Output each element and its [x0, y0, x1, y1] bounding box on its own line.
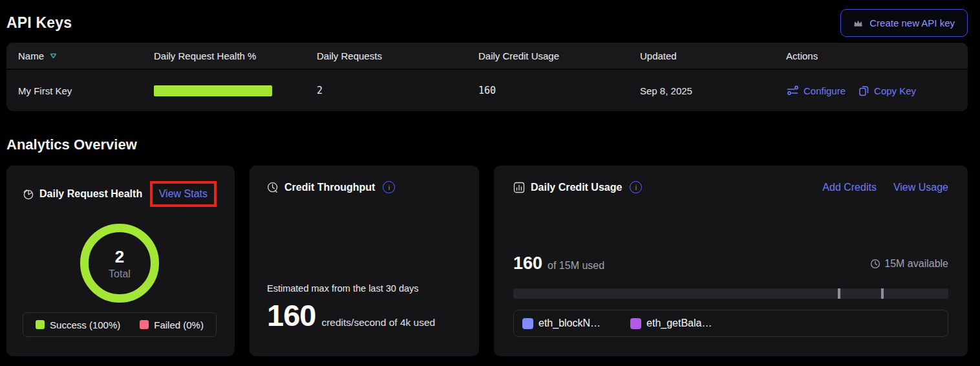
- page-title: API Keys: [6, 14, 72, 32]
- create-api-key-button[interactable]: Create new API key: [840, 9, 968, 37]
- eth-getbalance-swatch: [630, 318, 641, 329]
- card-header: Daily Request Health View Stats: [23, 181, 217, 207]
- pie-chart-icon: [23, 189, 34, 200]
- api-keys-page: API Keys Create new API key Name Daily R…: [0, 0, 980, 356]
- copy-key-link[interactable]: Copy Key: [858, 85, 916, 97]
- view-stats-link[interactable]: View Stats: [159, 188, 208, 199]
- daily-credit-usage-card: Daily Credit Usage i Add Credits View Us…: [494, 166, 968, 356]
- card-title: Daily Request Health: [39, 188, 142, 200]
- daily-requests-value: 2: [317, 85, 478, 96]
- table-row: My First Key 2 160 Sep 8, 2025 Configure: [6, 70, 968, 111]
- actions-cell: Configure Copy Key: [786, 85, 968, 97]
- api-keys-table: Name Daily Request Health % Daily Reques…: [6, 43, 968, 111]
- legend-item-success: Success (100%): [36, 319, 120, 330]
- usage-links: Add Credits View Usage: [822, 182, 948, 193]
- success-swatch: [36, 320, 45, 329]
- column-header-requests: Daily Requests: [317, 50, 478, 61]
- api-key-name: My First Key: [6, 85, 154, 96]
- card-title: Daily Credit Usage: [531, 182, 622, 193]
- view-stats-annotation-box: View Stats: [150, 181, 217, 207]
- column-header-actions: Actions: [786, 50, 968, 61]
- page-header: API Keys Create new API key: [6, 0, 968, 38]
- usage-available: 15M available: [870, 258, 948, 270]
- usage-summary-row: 160 of 15M used 15M available: [513, 253, 948, 274]
- credit-usage-progress-bar: [513, 288, 948, 299]
- usage-marker: [881, 288, 884, 299]
- card-header: Daily Credit Usage i Add Credits View Us…: [513, 181, 948, 193]
- health-cell: [154, 85, 317, 96]
- donut-total-value: 2: [115, 247, 124, 267]
- sliders-icon: [786, 85, 799, 96]
- add-credits-link[interactable]: Add Credits: [822, 182, 877, 193]
- info-icon[interactable]: i: [630, 181, 642, 193]
- clock-icon: [870, 259, 880, 269]
- card-header: Credit Throughput i: [267, 181, 462, 193]
- column-header-updated: Updated: [640, 50, 786, 61]
- eth-blocknumber-swatch: [522, 318, 533, 329]
- section-title: Analytics Overview: [6, 136, 968, 153]
- legend-item-failed: Failed (0%): [140, 319, 204, 330]
- request-health-donut: 2 Total: [80, 224, 159, 303]
- legend-item-eth-blocknumber: eth_blockN…: [522, 318, 601, 329]
- usage-used-value: 160: [513, 253, 542, 274]
- column-header-health: Daily Request Health %: [154, 50, 317, 61]
- view-usage-link[interactable]: View Usage: [893, 182, 948, 193]
- sort-desc-icon: [49, 52, 58, 59]
- throughput-value: 160: [267, 297, 315, 333]
- configure-link[interactable]: Configure: [786, 85, 846, 96]
- usage-available-label: 15M available: [884, 258, 948, 270]
- health-bar: [154, 85, 272, 96]
- usage-legend: eth_blockN… eth_getBala…: [513, 310, 948, 337]
- column-header-credit-usage: Daily Credit Usage: [478, 50, 640, 61]
- throughput-description: Estimated max from the last 30 days: [267, 283, 462, 294]
- usage-used-suffix: of 15M used: [548, 260, 604, 272]
- bar-chart-icon: [513, 182, 525, 193]
- throughput-value-row: 160 credits/second of 4k used: [267, 297, 462, 333]
- usage-used: 160 of 15M used: [513, 253, 604, 274]
- failed-swatch: [140, 320, 149, 329]
- legend-item-eth-getbalance: eth_getBala…: [630, 318, 712, 329]
- table-header-row: Name Daily Request Health % Daily Reques…: [6, 43, 968, 70]
- info-icon[interactable]: i: [383, 181, 395, 193]
- daily-request-health-card: Daily Request Health View Stats 2 Total …: [6, 166, 235, 356]
- usage-marker: [838, 288, 840, 299]
- daily-credit-usage-value: 160: [478, 85, 640, 96]
- copy-icon: [858, 85, 869, 97]
- throughput-unit: credits/second of 4k used: [321, 317, 435, 328]
- column-header-name[interactable]: Name: [6, 50, 154, 61]
- updated-value: Sep 8, 2025: [640, 85, 786, 96]
- analytics-cards: Daily Request Health View Stats 2 Total …: [6, 166, 968, 356]
- health-legend: Success (100%) Failed (0%): [23, 312, 217, 337]
- card-title: Credit Throughput: [284, 182, 375, 193]
- credit-throughput-card: Credit Throughput i Estimated max from t…: [250, 166, 479, 356]
- donut-total-label: Total: [109, 268, 131, 280]
- create-api-key-label: Create new API key: [869, 17, 955, 28]
- gauge-icon: [267, 182, 279, 193]
- crown-icon: [853, 19, 863, 27]
